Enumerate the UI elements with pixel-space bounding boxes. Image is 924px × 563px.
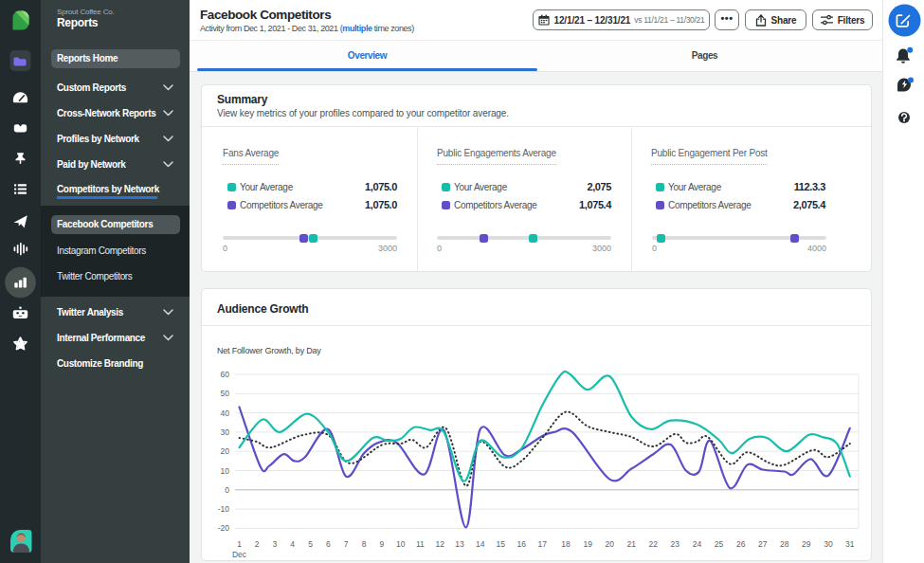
svg-text:23: 23	[671, 539, 680, 549]
svg-text:17: 17	[538, 539, 548, 549]
svg-text:26: 26	[736, 539, 746, 549]
svg-text:3: 3	[272, 539, 277, 549]
svg-text:40: 40	[221, 409, 230, 418]
svg-text:19: 19	[584, 539, 593, 549]
svg-text:12: 12	[435, 539, 444, 549]
svg-text:20: 20	[221, 446, 230, 456]
svg-text:28: 28	[780, 539, 789, 549]
svg-text:7: 7	[344, 539, 349, 549]
svg-text:13: 13	[455, 539, 464, 549]
svg-text:60: 60	[221, 370, 230, 379]
svg-text:22: 22	[649, 539, 659, 549]
svg-text:15: 15	[497, 539, 506, 549]
svg-text:11: 11	[416, 539, 425, 549]
svg-text:30: 30	[824, 539, 833, 549]
svg-text:30: 30	[221, 427, 230, 437]
svg-text:31: 31	[845, 539, 855, 549]
svg-text:27: 27	[758, 539, 768, 549]
svg-text:1: 1	[237, 539, 242, 549]
svg-text:5: 5	[308, 539, 313, 549]
svg-text:21: 21	[627, 539, 637, 549]
svg-text:4: 4	[290, 539, 295, 549]
svg-text:Dec: Dec	[232, 550, 247, 559]
svg-text:29: 29	[802, 539, 811, 549]
svg-text:8: 8	[362, 539, 367, 549]
svg-text:25: 25	[715, 539, 724, 549]
svg-text:-10: -10	[218, 504, 230, 514]
svg-text:50: 50	[221, 389, 230, 398]
svg-text:18: 18	[561, 539, 571, 549]
svg-text:20: 20	[606, 539, 615, 549]
svg-text:10: 10	[221, 466, 230, 476]
svg-text:0: 0	[225, 485, 229, 495]
svg-text:9: 9	[379, 539, 384, 549]
svg-text:24: 24	[693, 539, 702, 549]
svg-text:16: 16	[517, 539, 527, 549]
svg-text:14: 14	[476, 539, 485, 549]
svg-text:2: 2	[255, 539, 260, 549]
svg-text:10: 10	[396, 539, 406, 549]
svg-text:6: 6	[326, 539, 331, 549]
svg-text:-20: -20	[218, 523, 230, 533]
